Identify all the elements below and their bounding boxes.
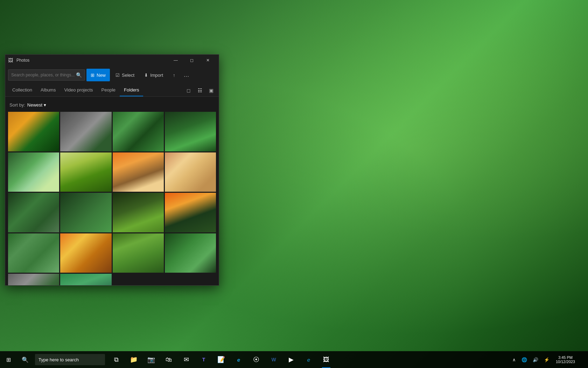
chevron-down-icon: ▾ bbox=[44, 102, 46, 108]
svg-point-21 bbox=[187, 112, 203, 124]
photo-11[interactable] bbox=[113, 193, 164, 232]
svg-rect-86 bbox=[113, 263, 164, 273]
system-clock[interactable]: 3:45 PM 10/12/2023 bbox=[553, 351, 578, 368]
photo-13[interactable] bbox=[8, 233, 59, 273]
photo-15[interactable] bbox=[113, 233, 164, 273]
photo-9[interactable] bbox=[8, 193, 59, 232]
photo-14[interactable] bbox=[60, 233, 111, 273]
svg-point-2 bbox=[18, 116, 49, 135]
import-button[interactable]: ⬇ Import bbox=[140, 69, 167, 81]
start-button[interactable]: ⊞ bbox=[0, 351, 17, 368]
select-button[interactable]: ☑ Select bbox=[111, 69, 139, 81]
search-input[interactable] bbox=[11, 73, 75, 77]
photo-6[interactable] bbox=[60, 152, 111, 192]
svg-rect-102 bbox=[60, 274, 111, 285]
photo-5[interactable] bbox=[8, 152, 59, 192]
photo-2[interactable] bbox=[60, 112, 111, 151]
tab-collection[interactable]: Collection bbox=[8, 84, 36, 96]
ie-icon: e bbox=[307, 357, 310, 363]
select-icon: ☑ bbox=[115, 73, 120, 78]
close-button[interactable]: ✕ bbox=[200, 55, 216, 66]
tab-video-projects[interactable]: Video projects bbox=[60, 84, 97, 96]
import-label: Import bbox=[150, 73, 163, 78]
nav-tabs-left: Collection Albums Video projects People … bbox=[8, 84, 143, 96]
sort-label: Sort by: bbox=[9, 102, 25, 108]
svg-rect-52 bbox=[98, 193, 102, 232]
svg-rect-50 bbox=[66, 193, 70, 232]
svg-rect-35 bbox=[113, 152, 164, 192]
photo-18[interactable] bbox=[60, 274, 111, 285]
view-large-grid-button[interactable]: ▣ bbox=[206, 86, 216, 95]
taskbar-app-teams[interactable]: T bbox=[195, 351, 212, 368]
taskbar-app-word[interactable]: W bbox=[265, 351, 282, 368]
svg-point-89 bbox=[122, 237, 138, 247]
svg-rect-71 bbox=[211, 205, 214, 214]
volume-tray[interactable]: 🔊 bbox=[531, 351, 540, 368]
photo-16[interactable] bbox=[165, 233, 216, 273]
maximize-button[interactable]: ◻ bbox=[184, 55, 200, 66]
taskbar-app-edge-old[interactable]: e bbox=[230, 351, 247, 368]
clock-time: 3:45 PM bbox=[558, 355, 573, 360]
edge-old-icon: e bbox=[237, 357, 240, 363]
view-grid-button[interactable]: ☷ bbox=[195, 86, 205, 95]
taskbar-app-media[interactable]: ▶ bbox=[283, 351, 300, 368]
search-button[interactable]: 🔍 bbox=[17, 351, 34, 368]
svg-rect-44 bbox=[165, 152, 216, 164]
svg-point-82 bbox=[72, 246, 100, 256]
search-icon: 🔍 bbox=[22, 356, 29, 363]
svg-rect-14 bbox=[165, 112, 216, 151]
content-area[interactable]: Sort by: Newest ▾ bbox=[5, 97, 219, 285]
photo-1[interactable] bbox=[8, 112, 59, 151]
teams-icon: T bbox=[202, 357, 205, 362]
taskbar-app-camera[interactable]: 📷 bbox=[143, 351, 160, 368]
svg-point-72 bbox=[209, 200, 216, 208]
show-desktop-button[interactable] bbox=[579, 351, 585, 368]
photo-12[interactable] bbox=[165, 193, 216, 232]
search-box[interactable]: 🔍 bbox=[8, 69, 85, 81]
minimize-button[interactable]: — bbox=[168, 55, 184, 66]
taskbar-app-notepad[interactable]: 📝 bbox=[213, 351, 230, 368]
svg-point-38 bbox=[133, 163, 143, 172]
svg-rect-39 bbox=[113, 174, 164, 192]
taskbar-app-mail[interactable]: ✉ bbox=[178, 351, 195, 368]
taskbar-app-task-view[interactable]: ⧉ bbox=[108, 351, 125, 368]
volume-icon: 🔊 bbox=[533, 357, 538, 362]
new-label: New bbox=[97, 73, 106, 78]
svg-rect-95 bbox=[190, 233, 191, 273]
new-icon: ⊞ bbox=[91, 73, 94, 78]
tab-people[interactable]: People bbox=[97, 84, 120, 96]
tab-folders[interactable]: Folders bbox=[120, 84, 143, 96]
taskbar-app-chrome[interactable]: ⦿ bbox=[248, 351, 265, 368]
taskbar-search[interactable]: Type here to search bbox=[35, 354, 105, 365]
taskbar-app-ie[interactable]: e bbox=[300, 351, 317, 368]
photo-3[interactable] bbox=[113, 112, 164, 151]
tab-albums[interactable]: Albums bbox=[36, 84, 60, 96]
view-options: ◻ ☷ ▣ bbox=[184, 86, 216, 95]
new-button[interactable]: ⊞ New bbox=[86, 69, 110, 81]
svg-rect-91 bbox=[165, 233, 216, 273]
svg-point-34 bbox=[96, 163, 112, 177]
svg-rect-37 bbox=[113, 166, 164, 174]
battery-tray[interactable]: ⚡ bbox=[542, 351, 552, 368]
svg-point-28 bbox=[32, 180, 44, 188]
svg-point-20 bbox=[175, 112, 192, 122]
network-icon-tray[interactable]: 🌐 bbox=[519, 351, 529, 368]
network-icon: 🌐 bbox=[522, 357, 527, 362]
more-button[interactable]: … bbox=[181, 69, 192, 81]
view-single-button[interactable]: ◻ bbox=[184, 86, 194, 95]
photo-17[interactable] bbox=[8, 274, 59, 285]
system-tray-chevron[interactable]: ∧ bbox=[510, 351, 518, 368]
svg-rect-83 bbox=[60, 259, 111, 273]
svg-point-54 bbox=[70, 193, 98, 205]
share-button[interactable]: ↑ bbox=[169, 69, 180, 81]
svg-rect-92 bbox=[165, 233, 184, 273]
svg-rect-58 bbox=[113, 193, 164, 232]
photo-10[interactable] bbox=[60, 193, 111, 232]
taskbar-app-store[interactable]: 🛍 bbox=[160, 351, 177, 368]
sort-dropdown[interactable]: Newest ▾ bbox=[27, 102, 46, 108]
taskbar-app-file-explorer[interactable]: 📁 bbox=[125, 351, 142, 368]
taskbar-app-photos[interactable]: 🖼 bbox=[318, 351, 335, 368]
photo-7[interactable] bbox=[113, 152, 164, 192]
photo-4[interactable] bbox=[165, 112, 216, 151]
photo-8[interactable] bbox=[165, 152, 216, 192]
